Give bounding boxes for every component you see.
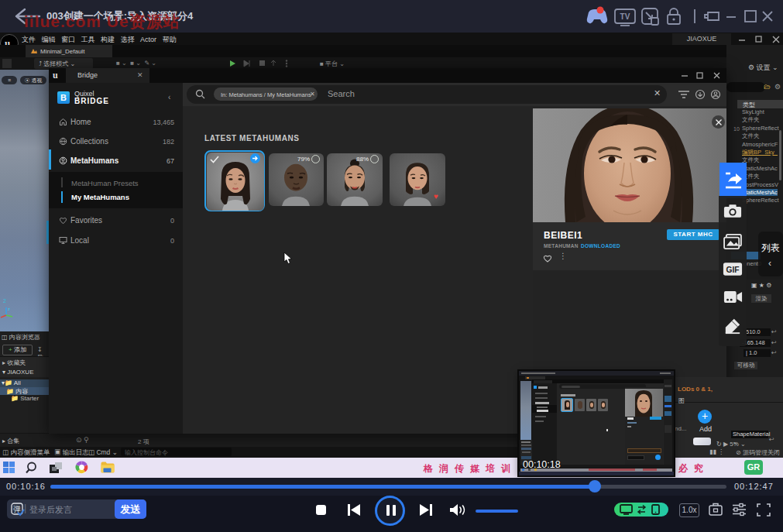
svg-text:z: z [8,307,10,311]
svg-text:弹: 弹 [13,505,21,513]
svg-text:GIF: GIF [726,266,739,274]
svg-text:TV: TV [620,12,630,21]
